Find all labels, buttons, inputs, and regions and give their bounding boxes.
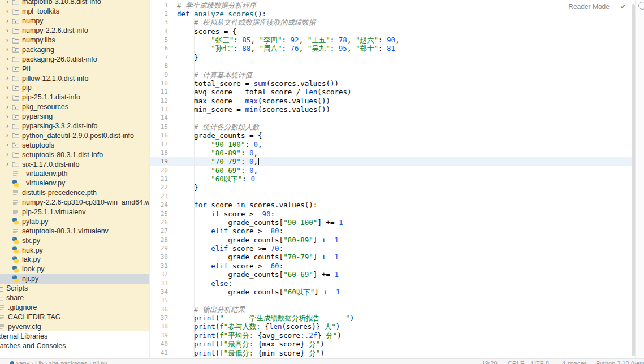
status-item[interactable]: 19:20 <box>482 360 498 364</box>
status-item[interactable]: UTF-8 <box>531 360 549 364</box>
line-number[interactable]: 38 <box>150 322 168 331</box>
tree-item[interactable]: ›packaging-26.0.dist-info <box>0 54 149 64</box>
code-line[interactable]: 5 "张三": 85, "李四": 92, "王五": 78, "赵六": 90… <box>150 36 636 44</box>
code-line[interactable]: 10 total_score = sum(scores.values()) <box>150 79 636 88</box>
tree-item[interactable]: .gitignore <box>0 303 149 313</box>
line-number[interactable]: 9 <box>150 71 168 79</box>
code-line[interactable]: 7 } <box>150 53 636 62</box>
chevron-right-icon[interactable]: › <box>3 27 11 34</box>
code-line[interactable]: 25 if score >= 90: <box>150 210 636 218</box>
reader-mode-label[interactable]: Reader Mode <box>568 3 610 11</box>
code-line[interactable]: 18 "80-89": 0, <box>150 149 636 157</box>
code-editor[interactable]: 1# 学生成绩数据分析程序2def analyze_scores():3 # 模… <box>149 0 636 359</box>
line-number[interactable]: 15 <box>150 123 168 131</box>
breadcrumb[interactable]: venv › Lib › site-packages › nji.py <box>10 360 107 364</box>
line-number[interactable]: 26 <box>150 218 168 227</box>
status-item[interactable]: Python 3.10 (venv) <box>596 360 644 364</box>
line-number[interactable]: 35 <box>150 296 168 305</box>
line-number[interactable]: 36 <box>150 305 168 314</box>
code-line[interactable]: 1# 学生成绩数据分析程序 <box>150 1 636 10</box>
line-number[interactable]: 41 <box>150 349 168 357</box>
line-number[interactable]: 16 <box>150 131 168 140</box>
tree-item[interactable]: look.py <box>0 265 149 274</box>
tree-item[interactable]: External Libraries <box>0 331 149 341</box>
line-number[interactable]: 33 <box>150 279 168 288</box>
code-line[interactable]: 23 <box>150 192 636 201</box>
chevron-right-icon[interactable]: › <box>3 18 11 25</box>
tree-item[interactable]: ›numpy-2.2.6.dist-info <box>0 26 149 36</box>
line-number[interactable]: 5 <box>150 36 168 44</box>
line-number[interactable]: 20 <box>150 166 168 175</box>
chevron-right-icon[interactable]: › <box>3 123 11 130</box>
chevron-right-icon[interactable]: › <box>3 8 11 15</box>
tree-item[interactable]: ›six-1.17.0.dist-info <box>0 159 149 169</box>
tree-item[interactable]: pip-25.1.1.virtualenv <box>0 207 149 217</box>
chevron-right-icon[interactable]: › <box>3 65 11 72</box>
chevron-right-icon[interactable]: › <box>3 75 11 82</box>
line-number[interactable]: 30 <box>150 253 168 261</box>
code-line[interactable]: 19 "70-79": 0, <box>150 157 636 166</box>
code-line[interactable]: 30 grade_counts["70-79"] += 1 <box>150 253 636 261</box>
line-number[interactable]: 29 <box>150 244 168 253</box>
chevron-right-icon[interactable]: › <box>3 103 11 111</box>
tree-item[interactable]: setuptools-80.3.1.virtualenv <box>0 226 149 236</box>
code-line[interactable]: 13 min_score = min(scores.values()) <box>150 105 636 114</box>
tree-item[interactable]: huk.py <box>0 245 149 255</box>
line-number[interactable]: 23 <box>150 192 168 201</box>
tree-item[interactable]: ›matplotlib-3.10.8.dist-info <box>0 0 149 7</box>
code-line[interactable]: 31 elif score >= 60: <box>150 262 636 270</box>
status-item[interactable]: 4 spaces <box>562 360 587 364</box>
line-number[interactable]: 4 <box>150 27 168 36</box>
line-number[interactable]: 34 <box>150 288 168 296</box>
code-line[interactable]: 36 # 输出分析结果 <box>150 305 636 314</box>
line-number[interactable]: 32 <box>150 270 168 279</box>
code-line[interactable]: 37 print("===== 学生成绩数据分析报告 =====") <box>150 314 636 322</box>
line-number[interactable]: 27 <box>150 227 168 235</box>
chevron-right-icon[interactable]: › <box>3 55 11 63</box>
line-number[interactable]: 11 <box>150 88 168 96</box>
tree-item[interactable]: ›pyparsing <box>0 112 149 122</box>
line-number[interactable]: 7 <box>150 53 168 62</box>
line-number[interactable]: 28 <box>150 236 168 244</box>
code-line[interactable]: 21 "60以下": 0 <box>150 175 636 183</box>
code-line[interactable]: 39 print(f"平均分: {avg_score:.2f} 分") <box>150 331 636 340</box>
chevron-right-icon[interactable]: › <box>3 0 11 6</box>
code-line[interactable]: 33 else: <box>150 279 636 288</box>
code-line[interactable]: 14 <box>150 114 636 122</box>
chevron-right-icon[interactable]: › <box>3 151 11 158</box>
line-number[interactable]: 12 <box>150 97 168 105</box>
chevron-right-icon[interactable]: › <box>3 46 11 53</box>
tree-item[interactable]: ›mpl_toolkits <box>0 7 149 16</box>
tree-item[interactable]: ›numpy.libs <box>0 36 149 45</box>
line-number[interactable]: 6 <box>150 44 168 53</box>
tree-item[interactable]: ›pip-25.1.1.dist-info <box>0 93 149 102</box>
tree-item[interactable]: _virtualenv.pth <box>0 169 149 179</box>
tree-item[interactable]: numpy-2.2.6-cp310-cp310-win_amd64.whl <box>0 198 149 207</box>
line-number[interactable]: 3 <box>150 18 168 27</box>
editor-vertical-scrollbar[interactable] <box>632 4 635 356</box>
code-line[interactable]: 3 # 模拟从文件或数据库读取的成绩数据 <box>150 18 636 27</box>
code-line[interactable]: 28 grade_counts["80-89"] += 1 <box>150 236 636 244</box>
tree-item[interactable]: ›pillow-12.1.0.dist-info <box>0 73 149 83</box>
code-line[interactable]: 38 print(f"参与人数: {len(scores)} 人") <box>150 322 636 331</box>
line-number[interactable]: 10 <box>150 79 168 88</box>
tree-item[interactable]: ›pyparsing-3.3.2.dist-info <box>0 122 149 131</box>
code-line[interactable]: 27 elif score >= 80: <box>150 227 636 235</box>
line-number[interactable]: 13 <box>150 105 168 114</box>
tree-item[interactable]: ›numpy <box>0 16 149 26</box>
code-line[interactable]: 32 grade_counts["60-69"] += 1 <box>150 270 636 279</box>
line-number[interactable]: 1 <box>150 1 168 10</box>
tree-item[interactable]: ›PIL <box>0 64 149 73</box>
code-line[interactable]: 9 # 计算基本统计值 <box>150 71 636 79</box>
partial-circle-icon[interactable] <box>638 2 644 10</box>
tree-item[interactable]: ›pkg_resources <box>0 102 149 112</box>
chevron-right-icon[interactable]: › <box>3 84 11 92</box>
line-number[interactable]: 25 <box>150 210 168 218</box>
tree-item[interactable]: six.py <box>0 236 149 245</box>
tree-item[interactable]: ›pip <box>0 83 149 93</box>
code-line[interactable]: 40 print(f"最高分: {max_score} 分") <box>150 340 636 348</box>
code-line[interactable]: 11 avg_score = total_score / len(scores) <box>150 88 636 96</box>
line-number[interactable]: 37 <box>150 314 168 322</box>
code-line[interactable]: 29 elif score >= 70: <box>150 244 636 253</box>
code-line[interactable]: 4 scores = { <box>150 27 636 36</box>
